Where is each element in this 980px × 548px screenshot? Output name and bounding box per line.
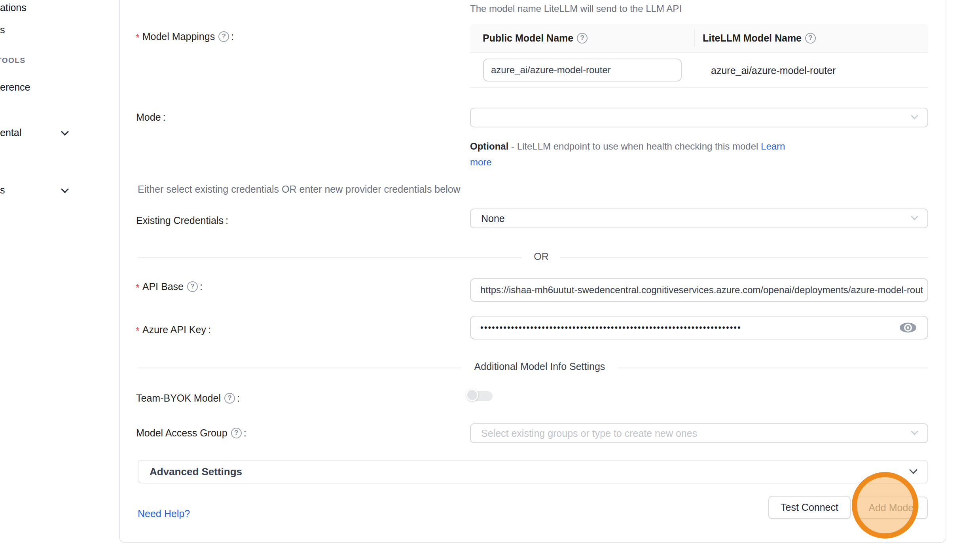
advanced-settings-label: Advanced Settings — [150, 466, 242, 478]
public-model-name-input[interactable] — [483, 59, 682, 82]
api-base-label: * API Base ? : — [136, 279, 203, 294]
info-divider-text: Additional Model Info Settings — [461, 361, 618, 372]
chevron-down-icon — [911, 428, 918, 435]
required-asterisk: * — [136, 30, 140, 44]
litellm-model-name-header: LiteLLM Model Name ? — [694, 24, 928, 52]
credentials-note: Either select existing credentials OR en… — [138, 184, 461, 195]
sidebar-item-organizations[interactable]: ations — [0, 1, 27, 14]
or-divider-line — [560, 257, 928, 258]
sidebar-section-label: TOOLS — [0, 56, 26, 64]
sidebar-item-2[interactable]: s — [0, 23, 5, 36]
model-mappings-table: Public Model Name ? LiteLLM Model Name ?… — [470, 24, 928, 88]
mode-select[interactable] — [470, 108, 928, 127]
chevron-down-icon — [911, 112, 918, 119]
sidebar-section-tools: TOOLS — [0, 56, 26, 65]
api-base-field — [470, 278, 928, 302]
azure-api-key-input[interactable] — [480, 317, 852, 339]
sidebar-item-label: s — [0, 184, 5, 196]
column-divider — [694, 29, 695, 47]
or-divider-text: OR — [526, 251, 556, 262]
info-divider-line — [618, 368, 928, 368]
eye-icon[interactable] — [899, 321, 917, 334]
mappings-table-header: Public Model Name ? LiteLLM Model Name ? — [470, 24, 928, 53]
info-divider-line — [138, 368, 461, 368]
model-name-helper-text: The model name LiteLLM will send to the … — [470, 3, 682, 14]
existing-credentials-value: None — [471, 213, 505, 224]
litellm-model-name-value: azure_ai/azure-model-router — [703, 53, 836, 88]
chevron-down-icon — [909, 466, 917, 474]
sidebar-item-label: s — [0, 24, 5, 36]
chevron-down-icon — [61, 128, 69, 136]
model-access-group-select[interactable] — [470, 423, 928, 443]
help-question-icon[interactable]: ? — [231, 428, 242, 438]
mode-help-text: Optional - LiteLLM endpoint to use when … — [470, 138, 799, 170]
sidebar-item-label: erence — [0, 82, 30, 93]
public-model-name-header: Public Model Name ? — [470, 24, 694, 52]
help-question-icon[interactable]: ? — [218, 31, 229, 42]
azure-api-key-label: * Azure API Key : — [136, 322, 211, 338]
model-access-group-label: Model Access Group ? : — [136, 425, 246, 441]
sidebar-item-inference[interactable]: erence — [0, 80, 30, 94]
mode-label: Mode : — [136, 109, 166, 125]
need-help-link[interactable]: Need Help? — [138, 508, 190, 520]
toggle-knob — [466, 389, 478, 401]
help-question-icon[interactable]: ? — [224, 393, 235, 404]
sidebar-item-label: ations — [0, 2, 27, 13]
existing-credentials-label: Existing Credentials : — [136, 212, 228, 228]
or-divider-line — [138, 257, 522, 258]
sidebar-item-label: ental — [0, 127, 21, 138]
required-asterisk: * — [136, 323, 140, 337]
test-connect-button[interactable]: Test Connect — [768, 496, 851, 519]
azure-api-key-field — [470, 316, 928, 339]
model-mappings-label: * Model Mappings ? : — [136, 28, 234, 44]
existing-credentials-select[interactable]: None — [470, 209, 928, 228]
sidebar-item-5[interactable]: s — [0, 183, 5, 197]
sidebar-item-experimental[interactable]: ental — [0, 126, 21, 139]
mapping-table-row: azure_ai/azure-model-router — [470, 53, 928, 88]
chevron-down-icon — [61, 185, 69, 193]
add-model-page: ations s TOOLS erence ental s The model … — [0, 0, 980, 548]
help-question-icon[interactable]: ? — [577, 33, 588, 44]
api-base-input[interactable] — [480, 279, 923, 301]
required-asterisk: * — [136, 280, 140, 294]
advanced-settings-panel[interactable]: Advanced Settings — [138, 460, 928, 484]
add-model-button[interactable]: Add Model — [857, 497, 928, 519]
help-question-icon[interactable]: ? — [187, 281, 198, 292]
help-question-icon[interactable]: ? — [805, 33, 816, 44]
team-byok-toggle[interactable] — [466, 389, 495, 404]
team-byok-label: Team-BYOK Model ? : — [136, 390, 240, 406]
chevron-down-icon — [911, 213, 918, 220]
model-access-group-input[interactable] — [481, 428, 897, 439]
